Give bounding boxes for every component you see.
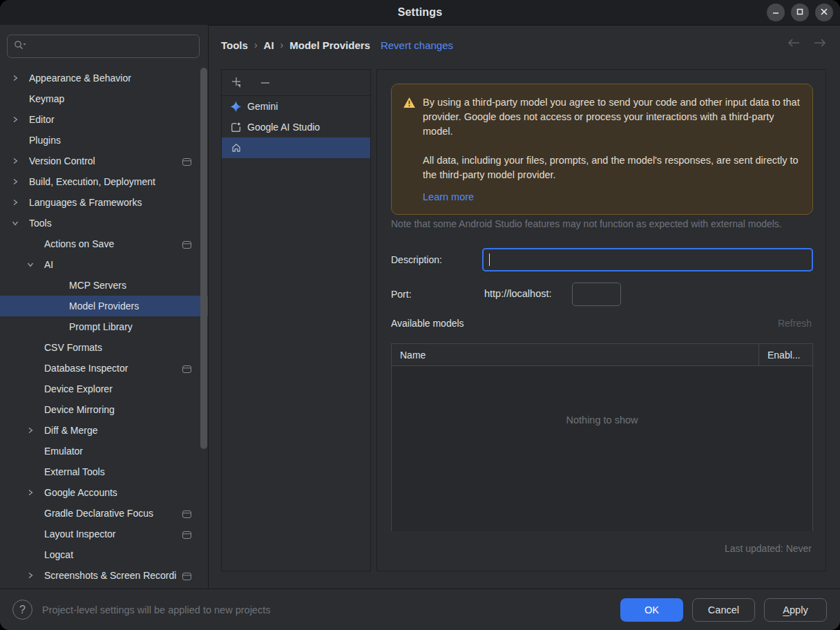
provider-toolbar: [222, 70, 370, 96]
sidebar-item-editor[interactable]: Editor: [0, 109, 208, 130]
column-header-name[interactable]: Name: [392, 350, 758, 361]
sidebar-item-label: Google Accounts: [44, 487, 117, 498]
sidebar-item-external-tools[interactable]: External Tools: [0, 461, 208, 482]
project-level-badge-icon: [182, 157, 191, 164]
sidebar-item-label: Actions on Save: [44, 238, 114, 249]
chevron-right-icon[interactable]: [25, 425, 36, 436]
provider-list-panel: GeminiGoogle AI Studio: [221, 69, 371, 571]
text-caret: [489, 254, 490, 266]
chevron-spacer: [50, 300, 61, 312]
warning-icon: [403, 97, 417, 203]
close-icon: [820, 6, 828, 19]
sidebar-item-diff-merge[interactable]: Diff & Merge: [0, 420, 208, 441]
sidebar-item-google-accounts[interactable]: Google Accounts: [0, 482, 208, 503]
forward-arrow-icon[interactable]: [812, 37, 828, 51]
project-level-badge-icon: [182, 571, 191, 579]
back-arrow-icon[interactable]: [786, 37, 801, 51]
minimize-icon: [772, 6, 780, 19]
sidebar-item-label: Prompt Library: [69, 321, 133, 332]
breadcrumb-ai[interactable]: AI: [264, 39, 274, 51]
column-header-enabled[interactable]: Enabl...: [758, 344, 812, 365]
sidebar-item-layout-inspector[interactable]: Layout Inspector: [0, 524, 208, 544]
sidebar-item-csv-formats[interactable]: CSV Formats: [0, 337, 208, 358]
project-level-badge-icon: [182, 509, 191, 517]
settings-search-field[interactable]: [7, 35, 200, 58]
sidebar-item-build-execution-deployment[interactable]: Build, Execution, Deployment: [0, 171, 208, 192]
home-icon: [230, 142, 242, 154]
provider-item-gemini[interactable]: Gemini: [222, 96, 370, 117]
chevron-right-icon[interactable]: [10, 114, 21, 125]
sidebar-item-ai[interactable]: AI: [0, 254, 208, 275]
breadcrumb-model-providers[interactable]: Model Providers: [289, 39, 370, 51]
refresh-link[interactable]: Refresh: [778, 318, 812, 329]
maximize-button[interactable]: [791, 3, 809, 21]
sidebar-item-label: Logcat: [44, 549, 73, 560]
maximize-icon: [796, 6, 804, 19]
sidebar-item-label: Model Providers: [69, 300, 139, 312]
sidebar-item-appearance-behavior[interactable]: Appearance & Behavior: [0, 68, 208, 88]
chevron-right-icon[interactable]: [25, 487, 36, 498]
sidebar-scrollbar[interactable]: [200, 68, 207, 449]
remove-provider-button[interactable]: [258, 75, 273, 90]
breadcrumb-tools[interactable]: Tools: [221, 39, 248, 51]
help-button[interactable]: ?: [12, 600, 32, 620]
minimize-button[interactable]: [767, 3, 785, 21]
sidebar-item-device-mirroring[interactable]: Device Mirroring: [0, 399, 208, 420]
chevron-spacer: [25, 549, 36, 560]
chevron-right-icon[interactable]: [10, 73, 21, 84]
learn-more-link[interactable]: Learn more: [423, 191, 474, 202]
chevron-down-icon[interactable]: [25, 259, 36, 270]
breadcrumb-separator: ›: [280, 39, 284, 50]
sidebar-item-label: Tools: [29, 218, 52, 229]
chevron-right-icon[interactable]: [25, 570, 36, 581]
sidebar-item-device-explorer[interactable]: Device Explorer: [0, 379, 208, 399]
description-input[interactable]: [482, 248, 813, 271]
sidebar-item-plugins[interactable]: Plugins: [0, 130, 208, 151]
sidebar-item-model-providers[interactable]: Model Providers: [0, 296, 208, 316]
chevron-spacer: [25, 508, 36, 519]
ok-button[interactable]: OK: [620, 598, 683, 622]
sidebar-item-tools[interactable]: Tools: [0, 213, 208, 233]
project-level-badge-icon: [182, 240, 191, 247]
search-input[interactable]: [30, 40, 185, 52]
sidebar-item-label: Database Inspector: [44, 363, 128, 374]
title-bar: Settings: [0, 0, 840, 26]
chevron-right-icon[interactable]: [10, 176, 21, 187]
sidebar-item-gradle-declarative-focus[interactable]: Gradle Declarative Focus: [0, 503, 208, 524]
chevron-right-icon[interactable]: [10, 155, 21, 166]
sidebar-item-label: Editor: [29, 114, 55, 125]
sidebar-item-database-inspector[interactable]: Database Inspector: [0, 358, 208, 379]
sidebar-item-mcp-servers[interactable]: MCP Servers: [0, 275, 208, 296]
sidebar-item-label: Gradle Declarative Focus: [44, 508, 153, 519]
sidebar-item-emulator[interactable]: Emulator: [0, 441, 208, 461]
chevron-spacer: [25, 238, 36, 249]
dialog-footer: ? Project-level settings will be applied…: [0, 589, 840, 630]
sidebar-item-label: Layout Inspector: [44, 528, 116, 540]
settings-tree: Appearance & BehaviorKeymapEditorPlugins…: [0, 68, 208, 586]
provider-item-unnamed[interactable]: [222, 137, 370, 158]
chevron-down-icon[interactable]: [10, 218, 21, 229]
sidebar-item-version-control[interactable]: Version Control: [0, 151, 208, 171]
cancel-button[interactable]: Cancel: [692, 598, 755, 622]
sidebar-item-keymap[interactable]: Keymap: [0, 88, 208, 109]
port-label: Port:: [391, 289, 412, 300]
revert-changes-link[interactable]: Revert changes: [381, 39, 453, 51]
add-provider-button[interactable]: [230, 75, 245, 90]
provider-rows: GeminiGoogle AI Studio: [222, 96, 370, 158]
chevron-spacer: [25, 383, 36, 394]
provider-item-google-ai-studio[interactable]: Google AI Studio: [222, 117, 370, 137]
gemini-sparkle-icon: [230, 101, 242, 113]
sidebar-item-label: Emulator: [44, 446, 83, 457]
close-button[interactable]: [815, 3, 833, 21]
sidebar-item-screenshots-screen-recordi[interactable]: Screenshots & Screen Recordi: [0, 565, 208, 586]
sidebar-item-prompt-library[interactable]: Prompt Library: [0, 316, 208, 337]
sidebar-item-actions-on-save[interactable]: Actions on Save: [0, 233, 208, 254]
chevron-right-icon[interactable]: [10, 197, 21, 208]
sidebar-item-languages-frameworks[interactable]: Languages & Frameworks: [0, 192, 208, 213]
description-label: Description:: [391, 254, 442, 265]
port-input[interactable]: [572, 283, 621, 306]
apply-button[interactable]: Apply: [764, 598, 827, 622]
sidebar-item-label: CSV Formats: [44, 342, 102, 353]
provider-item-label: Google AI Studio: [247, 122, 320, 133]
sidebar-item-logcat[interactable]: Logcat: [0, 544, 208, 565]
